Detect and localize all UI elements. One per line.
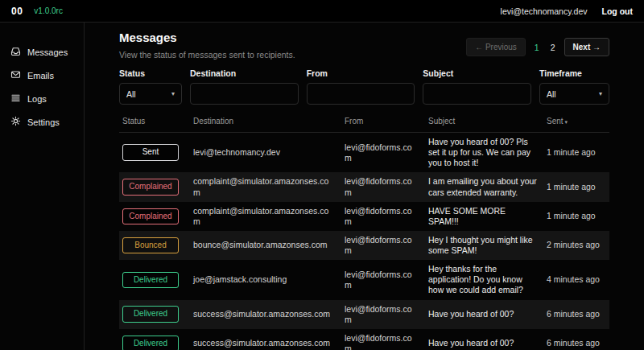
messages-table: Status Destination From Subject Sent▾ Se… [119, 114, 609, 350]
subject-cell: Have you heard of 00? [425, 329, 543, 350]
from-filter-input[interactable] [307, 83, 415, 105]
from-cell: levi@fidoforms.com [341, 329, 425, 350]
chevron-down-icon: ▾ [599, 90, 602, 97]
table-row: Complained complaint@simulator.amazonses… [119, 172, 609, 201]
page-number-2[interactable]: 2 [548, 43, 558, 52]
table-row: Delivered success@simulator.amazonses.co… [119, 329, 609, 350]
sent-cell: 1 minute ago [543, 172, 609, 201]
destination-cell: success@simulator.amazonses.com [190, 329, 341, 350]
timeframe-filter-label: Timeframe [539, 68, 609, 78]
column-header-sent[interactable]: Sent▾ [543, 114, 609, 133]
status-badge: Delivered [122, 272, 179, 289]
status-badge: Complained [122, 179, 179, 196]
envelope-icon [10, 69, 21, 81]
destination-cell: complaint@simulator.amazonses.com [190, 202, 341, 231]
subject-cell: HAVE SOME MORE SPAM!!! [425, 202, 543, 231]
from-cell: levi@fidoforms.com [341, 172, 425, 201]
timeframe-filter-value: All [547, 89, 556, 99]
sidebar-item-label: Settings [27, 117, 60, 127]
from-filter-label: From [307, 68, 415, 78]
from-cell: levi@fidoforms.com [341, 260, 425, 299]
destination-filter-input[interactable] [190, 83, 299, 105]
subject-filter-label: Subject [423, 68, 531, 78]
filters-bar: Status All ▾ Destination From Subject Ti… [119, 68, 609, 105]
sent-cell: 4 minutes ago [543, 260, 609, 299]
main-content: Messages View the status of messages sen… [85, 23, 644, 350]
subject-filter-input[interactable] [423, 83, 531, 105]
table-row: Delivered success@simulator.amazonses.co… [119, 300, 609, 329]
status-filter-select[interactable]: All ▾ [119, 83, 182, 105]
app-logo: 00 [11, 6, 23, 17]
subject-cell: Have you heard of 00? [425, 300, 543, 329]
destination-cell: success@simulator.amazonses.com [190, 300, 341, 329]
column-header-status: Status [119, 114, 190, 133]
sidebar-item-label: Emails [27, 71, 54, 80]
topbar: 00 v1.0.0rc levi@technomancy.dev Log out [0, 0, 644, 23]
page-title: Messages [119, 31, 295, 44]
status-filter-value: All [126, 89, 136, 99]
destination-cell: bounce@simulator.amazonses.com [190, 231, 341, 260]
destination-cell: levi@technomancy.dev [190, 133, 341, 173]
table-row: Delivered joe@jamstack.consulting levi@f… [119, 260, 609, 299]
version-label: v1.0.0rc [34, 6, 63, 15]
destination-cell: joe@jamstack.consulting [190, 260, 341, 299]
gear-icon [10, 116, 21, 128]
column-header-from: From [341, 114, 425, 133]
sent-cell: 1 minute ago [543, 202, 609, 231]
from-cell: levi@fidoforms.com [341, 133, 425, 173]
column-header-destination: Destination [190, 114, 341, 133]
sidebar-item-label: Logs [27, 94, 47, 104]
subject-cell: I am emailing you about your cars extend… [425, 172, 543, 201]
subject-cell: Hey I thought you might like some SPAM! [425, 231, 543, 260]
table-row: Sent levi@technomancy.dev levi@fidoforms… [119, 133, 609, 173]
subject-cell: Have you heard of 00? Pls set it up for … [425, 133, 543, 173]
sidebar-item-messages[interactable]: Messages [0, 42, 84, 62]
sidebar: Messages Emails Logs Settings [0, 23, 85, 350]
timeframe-filter-select[interactable]: All ▾ [539, 83, 609, 105]
from-cell: levi@fidoforms.com [341, 300, 425, 329]
from-cell: levi@fidoforms.com [341, 231, 425, 260]
sort-descending-icon: ▾ [565, 119, 568, 125]
sidebar-item-emails[interactable]: Emails [0, 65, 84, 85]
user-email: levi@technomancy.dev [501, 6, 588, 16]
logout-button[interactable]: Log out [602, 6, 633, 16]
sent-cell: 2 minutes ago [543, 231, 609, 260]
previous-page-button[interactable]: ← Previous [466, 38, 526, 56]
sent-cell: 1 minute ago [543, 133, 609, 173]
status-badge: Bounced [122, 237, 179, 254]
sent-cell: 6 minutes ago [543, 300, 609, 329]
table-row: Complained complaint@simulator.amazonses… [119, 202, 609, 231]
status-badge: Delivered [122, 306, 179, 323]
subject-cell: Hey thanks for the application! Do you k… [425, 260, 543, 299]
status-badge: Complained [122, 208, 179, 225]
table-row: Bounced bounce@simulator.amazonses.com l… [119, 231, 609, 260]
sidebar-item-label: Messages [27, 47, 68, 57]
sidebar-item-settings[interactable]: Settings [0, 112, 84, 132]
destination-filter-label: Destination [190, 68, 299, 78]
status-badge: Delivered [122, 336, 179, 350]
sidebar-item-logs[interactable]: Logs [0, 89, 84, 109]
inbox-icon [10, 46, 21, 58]
page-subtitle: View the status of messages sent to reci… [119, 50, 295, 60]
logs-icon [10, 93, 21, 105]
status-badge: Sent [122, 144, 179, 161]
destination-cell: complaint@simulator.amazonses.com [190, 172, 341, 201]
pagination: ← Previous 1 2 Next → [466, 38, 609, 56]
next-page-button[interactable]: Next → [564, 38, 609, 56]
sent-cell: 6 minutes ago [543, 329, 609, 350]
from-cell: levi@fidoforms.com [341, 202, 425, 231]
chevron-down-icon: ▾ [171, 90, 175, 97]
status-filter-label: Status [119, 68, 182, 78]
page-number-1[interactable]: 1 [532, 43, 542, 52]
column-header-subject: Subject [425, 114, 543, 133]
